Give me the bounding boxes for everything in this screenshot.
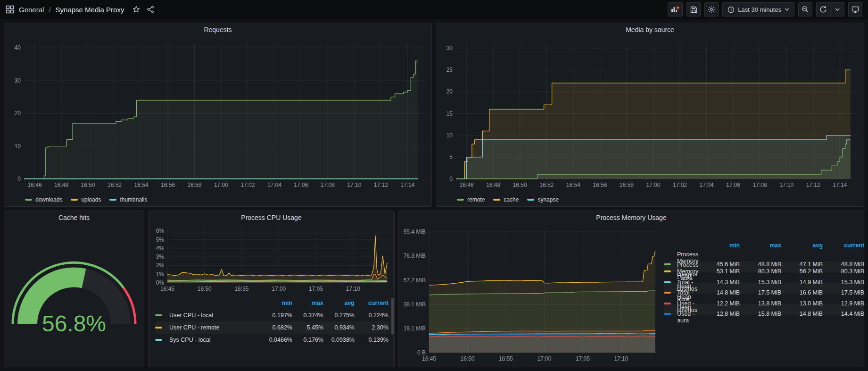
y-axis-label: 95.4 MiB: [404, 228, 426, 235]
refresh-interval-dropdown[interactable]: [830, 2, 844, 17]
stats-column-avg[interactable]: avg: [781, 242, 823, 249]
stat-value: 12.8 MiB: [698, 311, 740, 317]
legend-dash: [155, 327, 162, 329]
time-range-picker[interactable]: Last 30 minutes: [722, 2, 794, 17]
cycle-view-mode-button[interactable]: [848, 2, 862, 17]
chevron-down-icon: [785, 8, 789, 11]
add-panel-button[interactable]: [668, 2, 683, 17]
legend-item-thumbnails[interactable]: thumbnails: [109, 196, 147, 203]
legend-item-uploads[interactable]: uploads: [71, 196, 101, 203]
stats-column-current[interactable]: current: [355, 300, 389, 306]
legend-label[interactable]: User CPU - local: [169, 312, 261, 319]
panel-cache-hits: Cache hits 56.8%: [4, 211, 144, 367]
y-axis-label: 6%: [156, 228, 165, 234]
stat-value: 15.8 MiB: [740, 311, 781, 317]
x-axis-label: 17:00: [537, 355, 551, 362]
x-axis-label: 16:46: [460, 182, 474, 188]
legend-label[interactable]: synapse: [537, 196, 559, 203]
x-axis-label: 16:52: [539, 182, 554, 188]
legend-item-downloads[interactable]: downloads: [25, 196, 62, 203]
breadcrumb: General / Synapse Media Proxy: [6, 5, 154, 14]
stat-value: 80.3 MiB: [823, 268, 864, 275]
refresh-button[interactable]: [816, 2, 830, 17]
share-icon[interactable]: [147, 6, 154, 13]
legend-scrollbar[interactable]: [391, 298, 394, 335]
x-axis-label: 16:50: [198, 286, 212, 292]
stats-column-max[interactable]: max: [740, 242, 781, 249]
y-axis-label: 15: [446, 110, 453, 117]
dash-cell: [664, 281, 677, 283]
x-axis-label: 16:52: [107, 182, 122, 188]
x-axis-label: 16:55: [235, 286, 249, 292]
x-axis-label: 16:45: [160, 286, 174, 292]
dashboards-grid-icon[interactable]: [6, 5, 14, 14]
y-axis-label: 30: [15, 77, 21, 84]
panel-title[interactable]: Cache hits: [4, 211, 144, 224]
save-dashboard-button[interactable]: [686, 2, 701, 17]
stat-value: 0.0938%: [323, 337, 355, 343]
x-axis-label: 16:46: [28, 182, 42, 188]
favorite-star-icon[interactable]: [132, 6, 140, 13]
media-by-source-chart[interactable]: 16:4616:4816:5016:5216:5416:5616:5817:00…: [436, 36, 864, 193]
stats-column-max[interactable]: max: [292, 300, 323, 306]
stat-value: 0.275%: [323, 312, 355, 319]
stat-value: 14.8 MiB: [781, 311, 823, 317]
plus-icon: [677, 6, 680, 9]
x-axis-label: 17:10: [614, 355, 628, 362]
x-axis-label: 17:00: [646, 182, 660, 188]
stats-column-min[interactable]: min: [261, 300, 292, 306]
legend-dash: [155, 339, 162, 341]
legend-label[interactable]: remote: [467, 196, 485, 203]
memory-legend-table: minmaxavgcurrentProcess Memory - cosmos4…: [661, 224, 868, 367]
stat-value: 16.6 MiB: [781, 289, 823, 296]
breadcrumb-folder[interactable]: General: [19, 6, 44, 14]
stat-value: 45.6 MiB: [698, 261, 740, 268]
legend-label[interactable]: Heap Used - aura: [677, 304, 698, 324]
stats-header-row: minmaxavgcurrent: [155, 297, 389, 309]
legend-item-remote[interactable]: remote: [457, 196, 485, 203]
y-axis-label: 0 B: [417, 349, 426, 356]
legend-label[interactable]: thumbnails: [120, 196, 147, 203]
y-axis-label: 4%: [156, 245, 165, 252]
stats-column-min[interactable]: min: [698, 242, 740, 249]
stat-value: 56.2 MiB: [781, 268, 823, 275]
x-axis-label: 16:54: [566, 182, 580, 188]
legend-label[interactable]: Sys CPU - local: [169, 337, 261, 343]
y-axis-label: 76.3 MiB: [404, 253, 426, 259]
legend-label[interactable]: downloads: [35, 196, 62, 203]
y-axis-label: 20: [446, 88, 453, 95]
stat-value: 0.139%: [355, 337, 389, 343]
x-axis-label: 17:05: [576, 355, 590, 362]
stats-column-current[interactable]: current: [823, 242, 864, 249]
panel-title[interactable]: Media by source: [436, 23, 864, 36]
legend-dash: [71, 199, 78, 201]
y-axis-label: 0: [449, 176, 453, 182]
dashboard-settings-button[interactable]: [704, 2, 719, 17]
top-navigation-bar: General / Synapse Media Proxy: [0, 0, 868, 19]
stat-value: 12.2 MiB: [698, 300, 740, 307]
legend-table-row: User CPU - remote0.682%5.45%0.934%2.30%: [155, 321, 389, 334]
x-axis-label: 17:02: [240, 182, 255, 188]
memory-chart[interactable]: 16:4516:5016:5517:0017:0517:100 B19.1 Mi…: [399, 224, 661, 367]
legend-label[interactable]: cache: [504, 196, 519, 203]
stat-value: 48.8 MiB: [740, 261, 781, 268]
cpu-chart[interactable]: 16:4516:5016:5517:0017:0517:100%1%2%3%4%…: [149, 224, 394, 295]
panel-title[interactable]: Requests: [4, 23, 431, 36]
stats-column-avg[interactable]: avg: [323, 300, 355, 306]
legend-label[interactable]: User CPU - remote: [169, 324, 261, 331]
y-axis-label: 10: [15, 143, 21, 150]
zoom-out-button[interactable]: [798, 2, 812, 17]
dashboard-title[interactable]: Synapse Media Proxy: [56, 6, 124, 14]
legend-label[interactable]: uploads: [81, 196, 101, 203]
x-axis-label: 16:54: [134, 182, 148, 188]
panel-title[interactable]: Process Memory Usage: [399, 211, 864, 224]
requests-chart[interactable]: 16:4616:4816:5016:5216:5416:5616:5817:00…: [4, 36, 431, 193]
y-axis-label: 38.1 MiB: [404, 301, 426, 308]
legend-item-cache[interactable]: cache: [493, 196, 519, 203]
x-axis-label: 17:08: [321, 182, 335, 188]
legend-item-synapse[interactable]: synapse: [527, 196, 559, 203]
stat-value: 47.1 MiB: [781, 261, 823, 268]
x-axis-label: 16:48: [54, 182, 68, 188]
panel-title[interactable]: Process CPU Usage: [149, 211, 394, 224]
y-axis-label: 40: [15, 44, 21, 51]
